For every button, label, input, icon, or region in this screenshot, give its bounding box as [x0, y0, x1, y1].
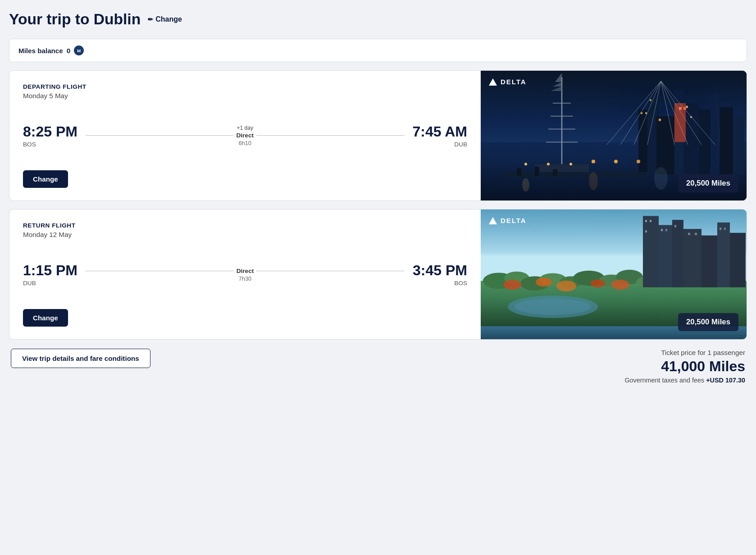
departing-arr: 7:45 AM DUB [412, 123, 467, 148]
svg-point-63 [503, 280, 521, 290]
departing-change-button[interactable]: Change [23, 170, 68, 188]
svg-point-48 [522, 178, 529, 191]
return-flight-info: RETURN FLIGHT Monday 12 May 1:15 PM DUB … [9, 209, 481, 339]
departing-line-row: Direct [86, 132, 405, 139]
svg-point-49 [589, 172, 598, 190]
svg-point-65 [556, 281, 576, 291]
svg-rect-9 [720, 107, 733, 175]
return-flight-image: DELTA 20,500 Miles [481, 209, 747, 339]
svg-rect-4 [656, 116, 674, 175]
bottom-section: View trip details and fare conditions Ti… [9, 349, 747, 384]
price-summary: Ticket price for 1 passenger 41,000 Mile… [624, 349, 745, 384]
departing-flight-date: Monday 5 May [23, 92, 467, 100]
svg-rect-77 [645, 230, 647, 232]
svg-rect-33 [553, 169, 557, 176]
svg-rect-32 [535, 167, 539, 176]
svg-rect-68 [643, 216, 659, 287]
departing-miles-badge: 20,500 Miles [678, 174, 738, 192]
svg-rect-84 [724, 227, 726, 230]
total-miles: 41,000 Miles [624, 358, 745, 375]
return-flight-card: RETURN FLIGHT Monday 12 May 1:15 PM DUB … [9, 209, 747, 340]
return-line-left [86, 271, 234, 271]
return-route-type: Direct [237, 268, 254, 274]
departing-dep-time: 8:25 PM [23, 123, 77, 140]
svg-rect-81 [688, 233, 690, 235]
svg-rect-10 [733, 116, 744, 175]
return-delta-logo: DELTA [489, 217, 526, 224]
miles-icon: M [74, 45, 84, 55]
page-title: Your trip to Dublin [9, 11, 141, 28]
departing-arr-time: 7:45 AM [412, 123, 467, 140]
departing-delta-logo: DELTA [489, 78, 526, 86]
svg-point-66 [591, 279, 605, 287]
svg-rect-6 [683, 103, 699, 174]
departing-airline-name: DELTA [501, 78, 526, 86]
ticket-label: Ticket price for 1 passenger [624, 349, 745, 356]
miles-balance-label: Miles balance [18, 47, 63, 55]
svg-rect-72 [701, 236, 717, 287]
taxes-amount-value: +USD 107.30 [706, 377, 745, 384]
return-airline-name: DELTA [501, 217, 526, 224]
departing-route: 8:25 PM BOS +1 day Direct 6h10 7:45 AM D… [23, 123, 467, 148]
return-flight-type: RETURN FLIGHT [23, 222, 467, 229]
svg-point-50 [654, 167, 668, 190]
return-dep: 1:15 PM DUB [23, 262, 77, 287]
miles-balance-value: 0 [67, 47, 70, 55]
return-duration: 7h30 [239, 275, 251, 282]
return-delta-triangle-icon [489, 217, 497, 224]
departing-line-right [256, 135, 405, 136]
svg-rect-73 [717, 223, 730, 287]
return-dep-airport: DUB [23, 280, 77, 287]
departing-line-left [86, 135, 234, 136]
return-arr-time: 3:45 PM [413, 262, 467, 279]
svg-point-45 [592, 160, 595, 164]
svg-point-46 [614, 160, 618, 164]
svg-rect-74 [730, 233, 746, 287]
svg-rect-18 [679, 107, 682, 110]
svg-rect-70 [672, 220, 683, 287]
departing-flight-type: DEPARTING FLIGHT [23, 83, 467, 90]
return-arr: 3:45 PM BOS [413, 262, 467, 287]
svg-point-47 [637, 160, 640, 164]
view-details-button[interactable]: View trip details and fare conditions [11, 349, 150, 368]
svg-rect-13 [650, 99, 651, 101]
departing-route-type: Direct [236, 132, 254, 139]
svg-rect-76 [650, 220, 651, 222]
return-route: 1:15 PM DUB Direct 7h30 3:45 PM BOS [23, 262, 467, 287]
svg-rect-79 [665, 229, 667, 231]
svg-rect-83 [720, 227, 721, 230]
departing-flight-info: DEPARTING FLIGHT Monday 5 May 8:25 PM BO… [9, 71, 481, 200]
svg-rect-31 [517, 168, 521, 176]
return-miles-badge: 20,500 Miles [678, 313, 738, 331]
svg-rect-82 [695, 233, 697, 235]
svg-rect-75 [645, 220, 647, 222]
svg-rect-69 [659, 225, 672, 287]
return-arr-airport: BOS [413, 280, 467, 287]
svg-rect-78 [661, 229, 663, 231]
change-trip-label: Change [155, 15, 182, 23]
departing-flight-card: DEPARTING FLIGHT Monday 5 May 8:25 PM BO… [9, 70, 747, 201]
svg-rect-30 [503, 172, 647, 177]
svg-point-67 [611, 280, 629, 290]
pencil-icon: ✏ [148, 16, 153, 23]
change-trip-link[interactable]: ✏ Change [148, 15, 182, 23]
delta-triangle-icon [489, 78, 497, 86]
departing-middle: +1 day Direct 6h10 [77, 125, 413, 146]
svg-point-44 [569, 163, 572, 165]
svg-point-42 [524, 163, 527, 165]
return-flight-date: Monday 12 May [23, 231, 467, 238]
return-line-row: Direct [86, 268, 405, 274]
departing-dep: 8:25 PM BOS [23, 123, 77, 148]
taxes-line: Government taxes and fees +USD 107.30 [624, 377, 745, 384]
svg-rect-71 [683, 229, 701, 287]
page-header: Your trip to Dublin ✏ Change [9, 11, 747, 28]
departing-duration: 6h10 [238, 140, 251, 146]
return-change-button[interactable]: Change [23, 309, 68, 327]
return-line-right [256, 271, 405, 271]
svg-point-86 [515, 299, 591, 315]
svg-rect-8 [710, 94, 719, 175]
miles-balance-bar: Miles balance 0 M [9, 39, 747, 62]
departing-dep-airport: BOS [23, 141, 77, 148]
svg-point-64 [536, 278, 552, 287]
return-middle: Direct 7h30 [77, 267, 413, 282]
